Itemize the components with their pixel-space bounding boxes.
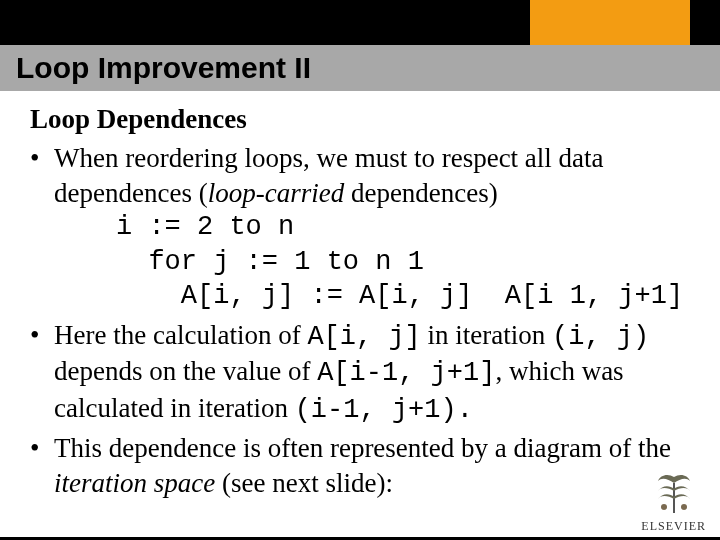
code-block: i := 2 to n for j := 1 to n 1 A[i, j] :=… (116, 210, 690, 314)
bullet-3: This dependence is often represented by … (30, 431, 690, 500)
bullet-2: Here the calculation of A[i, j] in itera… (30, 318, 690, 428)
publisher-name: ELSEVIER (641, 519, 706, 534)
top-orange-accent (530, 0, 690, 45)
slide-title: Loop Improvement II (16, 51, 311, 85)
b2p7: (i-1, j+1). (295, 395, 473, 425)
section-heading: Loop Dependences (30, 104, 690, 135)
b2p3: (i, j) (552, 322, 649, 352)
tree-icon (650, 469, 698, 513)
code-line-3: A[i, j] := A[i, j] A[i 1, j+1] (116, 281, 683, 311)
content-area: Loop Dependences When reordering loops, … (30, 104, 690, 504)
b2p0: Here the calculation of (54, 320, 307, 350)
bullet-3-italic: iteration space (54, 468, 215, 498)
code-line-1: i := 2 to n (116, 212, 294, 242)
bullet-1-italic: loop-carried (208, 178, 344, 208)
code-line-2: for j := 1 to n 1 (116, 247, 424, 277)
bullet-list: When reordering loops, we must to respec… (30, 141, 690, 500)
bullet-1: When reordering loops, we must to respec… (30, 141, 690, 314)
title-bar: Loop Improvement II (0, 45, 720, 91)
svg-point-3 (681, 504, 687, 510)
bullet-1-post: dependences) (344, 178, 498, 208)
b2p4: depends on the value of (54, 356, 317, 386)
publisher-logo: ELSEVIER (641, 469, 706, 534)
svg-point-2 (661, 504, 667, 510)
b2p1: A[i, j] (307, 322, 420, 352)
bullet-3-post: (see next slide): (215, 468, 393, 498)
b2p2: in iteration (421, 320, 552, 350)
bullet-3-pre: This dependence is often represented by … (54, 433, 671, 463)
b2p5: A[i-1, j+1] (317, 358, 495, 388)
